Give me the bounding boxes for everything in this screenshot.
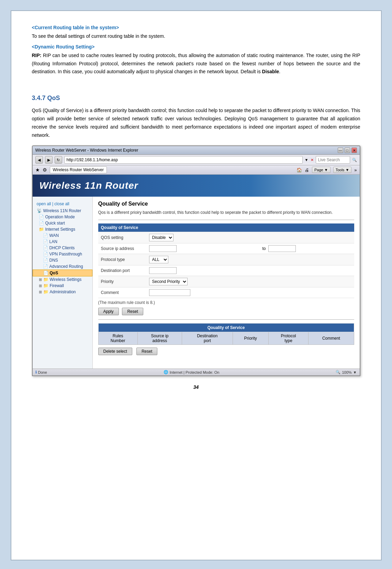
source-ip-from-cell (146, 243, 260, 254)
back-button[interactable]: ◀ (35, 156, 43, 164)
sidebar-label-qos: QoS (50, 271, 58, 275)
forward-button[interactable]: ▶ (45, 156, 53, 164)
close-button[interactable]: ✕ (351, 147, 357, 153)
sidebar-item-dhcp-clients[interactable]: 📄 DHCP Clients (33, 245, 92, 251)
print-icon[interactable]: 🖨 (305, 167, 309, 173)
sidebar: open all | close all 📡 Wireless 11N Rout… (33, 197, 93, 369)
rules-table-heading: Qouality of Service (98, 324, 354, 332)
internet-icon: 🌐 (164, 370, 168, 374)
minimize-button[interactable]: — (338, 147, 343, 153)
comment-input[interactable] (149, 289, 190, 296)
sidebar-label-dns: DNS (49, 258, 58, 263)
close-all-link[interactable]: close all (54, 201, 69, 206)
status-center: 🌐 Internet | Protected Mode: On (164, 370, 220, 374)
rip-label: RIP: (32, 53, 42, 58)
table-reset-button[interactable]: Reset (136, 348, 157, 355)
favorites-icon[interactable]: ★ (35, 167, 40, 173)
sidebar-item-lan[interactable]: 📄 LAN (33, 239, 92, 245)
table-buttons: Delete select Reset (98, 348, 354, 355)
browser-titlebar: Wireless Router WebServer - Windows Inte… (33, 146, 360, 155)
form-buttons: Apply Reset (98, 308, 354, 315)
destination-port-row: Destination port (98, 265, 354, 276)
maximize-button[interactable]: □ (345, 147, 350, 153)
browser-addressbar: ◀ ▶ ↻ ▼ ✕ 🔍 (33, 155, 360, 165)
source-ip-label: Source ip address (98, 243, 146, 254)
sidebar-item-firewall[interactable]: ⊞ 📁 Firewall (33, 283, 92, 289)
page-container: <Current Routing table in the system> To… (11, 10, 382, 560)
qos-setting-cell: Disable Enable (146, 232, 260, 243)
sidebar-item-wan[interactable]: 📄 WAN (33, 232, 92, 239)
sidebar-label-dhcp: DHCP Clients (49, 245, 75, 250)
sidebar-item-administration[interactable]: ⊞ 📁 Administration (33, 289, 92, 295)
firewall-icon: 📁 (43, 283, 48, 288)
page-main-heading: Qouality of Service (98, 201, 354, 207)
open-all-link[interactable]: open all (37, 201, 51, 206)
apply-button[interactable]: Apply (98, 308, 119, 315)
browser-toolbar: ★ ⚙ Wireless Router WebServer 🏠 🖨 Page ▼… (33, 165, 360, 175)
comment-row: Comment (98, 287, 354, 298)
url-bar[interactable] (64, 156, 303, 164)
sidebar-item-operation-mode[interactable]: 📄 Operation Mode (33, 214, 92, 220)
sidebar-item-advanced-routing[interactable]: 📄 Advanced Routing (33, 263, 92, 270)
sidebar-item-dns[interactable]: 📄 DNS (33, 257, 92, 263)
go-button[interactable]: ▼ (305, 158, 309, 162)
current-routing-heading[interactable]: <Current Routing table in the system> (32, 25, 360, 30)
sidebar-item-wireless-settings[interactable]: ⊞ 📁 Wireless Settings (33, 276, 92, 283)
source-ip-to-input[interactable] (268, 245, 296, 252)
tab-label: Wireless Router WebServer (50, 166, 107, 173)
destination-port-input[interactable] (149, 267, 177, 274)
protocol-type-row: Protocol type ALL TCP UDP (98, 254, 354, 265)
add-favorites-icon[interactable]: ⚙ (43, 167, 47, 173)
sidebar-item-internet-settings[interactable]: 📁 Internet Settings (33, 226, 92, 232)
protocol-type-label: Protocol type (98, 254, 146, 265)
operation-mode-icon: 📄 (39, 215, 44, 219)
reset-button[interactable]: Reset (122, 308, 143, 315)
sidebar-item-wireless11n[interactable]: 📡 Wireless 11N Router (33, 208, 92, 214)
priority-label: Priority (98, 276, 146, 287)
tools-button[interactable]: Tools ▼ (333, 167, 352, 173)
priority-select[interactable]: First Priority Second Priority Third Pri… (149, 278, 188, 285)
sidebar-label-wireless11n: Wireless 11N Router (43, 208, 81, 213)
max-rule-note: (The maximum rule count is 8.) (98, 300, 354, 305)
live-search-input[interactable] (316, 156, 350, 164)
col-source-ip: Source ipaddress (137, 332, 182, 345)
sidebar-label-wan: WAN (49, 233, 59, 238)
sidebar-item-quick-start[interactable]: 📄 Quick start (33, 220, 92, 226)
sidebar-label-advanced-routing: Advanced Routing (49, 264, 83, 269)
dynamic-routing-body: RIP: RIP can be used to cache routes lea… (32, 52, 360, 76)
source-ip-from-input[interactable] (149, 245, 177, 252)
sidebar-item-qos[interactable]: 📄 QoS (33, 270, 92, 276)
quick-start-icon: 📄 (39, 221, 44, 226)
qos-form-heading: Qouality of Service (98, 223, 354, 232)
qos-setting-select[interactable]: Disable Enable (149, 234, 173, 241)
zoom-dropdown-icon[interactable]: ▼ (353, 370, 357, 374)
status-left: ℹ Done (35, 370, 47, 374)
browser-window: Wireless Router WebServer - Windows Inte… (32, 145, 360, 376)
browser-statusbar: ℹ Done 🌐 Internet | Protected Mode: On 🔍… (33, 369, 360, 375)
more-options-icon[interactable]: » (354, 167, 357, 173)
delete-select-button[interactable]: Delete select (98, 348, 132, 355)
router-banner: Wireless 11n Router (33, 175, 360, 197)
sidebar-item-vpn-passthrough[interactable]: 📄 VPN Passthrough (33, 251, 92, 257)
wireless-settings-expand: ⊞ (39, 277, 42, 282)
qos-form-table: Qouality of Service QOS setting Disable … (98, 223, 354, 298)
status-right: 🔍 100% ▼ (336, 370, 357, 374)
rules-table-header-row: RulesNumber Source ipaddress Destination… (98, 332, 354, 345)
sidebar-label-vpn: VPN Passthrough (49, 252, 82, 256)
page-button[interactable]: Page ▼ (312, 167, 331, 173)
rip-end: . (279, 69, 280, 74)
refresh-button[interactable]: ↻ (55, 156, 62, 164)
comment-cell (146, 287, 260, 298)
protocol-type-select[interactable]: ALL TCP UDP (149, 256, 168, 263)
sidebar-label-administration: Administration (50, 289, 76, 294)
col-protocol-type: Protocoltype (268, 332, 309, 345)
search-icon: 🔍 (352, 158, 357, 162)
firewall-expand: ⊞ (39, 284, 42, 288)
dhcp-icon: 📄 (43, 245, 48, 250)
administration-expand: ⊞ (39, 290, 42, 294)
destination-port-cell (146, 265, 260, 276)
dynamic-routing-heading[interactable]: <Dynamic Routing Setting> (32, 44, 360, 50)
home-icon[interactable]: 🏠 (296, 167, 302, 173)
divider-2 (98, 319, 354, 320)
col-priority: Priority (233, 332, 268, 345)
